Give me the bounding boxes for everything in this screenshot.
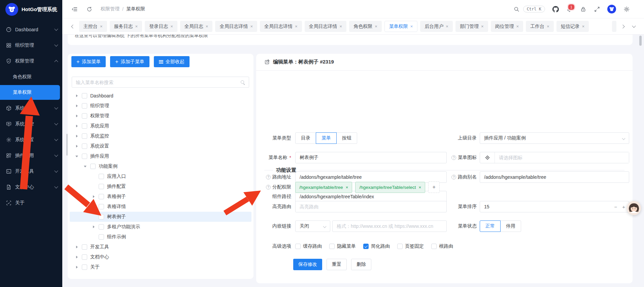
tree-item[interactable]: 表格例子 [70, 192, 251, 202]
checkbox[interactable] [82, 244, 87, 250]
menu-fold-icon[interactable] [71, 6, 78, 12]
menu-type-option-dir[interactable]: 目录 [295, 132, 316, 144]
notification-bell-icon[interactable]: 1 [566, 6, 573, 12]
close-icon[interactable] [340, 24, 342, 29]
tab-console[interactable]: 主控台 [79, 21, 107, 32]
icon-picker-button[interactable] [480, 152, 495, 163]
checkbox[interactable] [82, 254, 87, 260]
caret-right-icon[interactable] [75, 104, 79, 108]
option-cache-route[interactable]: 缓存路由 [295, 243, 322, 249]
add-submenu-button[interactable]: 添加子菜单 [110, 56, 149, 67]
close-icon[interactable] [250, 24, 253, 29]
search-icon[interactable] [513, 6, 520, 12]
caret-right-icon[interactable] [92, 225, 96, 229]
collapse-all-button[interactable]: 全部收起 [154, 56, 190, 67]
checkbox[interactable] [431, 244, 437, 249]
tab-menu-permission[interactable]: 菜单权限 [384, 21, 418, 32]
checkbox-checked[interactable] [363, 244, 369, 249]
tree-item[interactable]: 多租户功能演示 [70, 222, 251, 232]
checkbox[interactable] [295, 244, 301, 249]
increment-button[interactable] [622, 204, 625, 210]
page-scrollbar-thumb[interactable] [639, 36, 642, 46]
checkbox[interactable] [82, 154, 87, 159]
user-avatar[interactable] [607, 5, 616, 13]
sidebar-item-dashboard[interactable]: Dashboard [0, 22, 62, 37]
save-button[interactable]: 保存修改 [293, 259, 322, 270]
sidebar-item-org[interactable]: 组织管理 [0, 37, 62, 53]
tab-sms-records[interactable]: 短信记录 [556, 21, 589, 32]
lock-icon[interactable] [580, 6, 586, 12]
refresh-icon[interactable] [86, 6, 93, 12]
checkbox[interactable] [90, 164, 96, 169]
checkbox[interactable] [99, 224, 104, 230]
menu-type-option-menu[interactable]: 菜单 [316, 132, 337, 144]
github-icon[interactable] [552, 6, 559, 12]
tab-partial[interactable] [612, 21, 616, 32]
tree-item[interactable]: 关于 [70, 262, 251, 272]
caret-right-icon[interactable] [92, 195, 96, 199]
caret-right-icon[interactable] [75, 144, 79, 148]
checkbox[interactable] [82, 123, 87, 129]
menu-name-input[interactable] [295, 152, 447, 163]
tabs-scroll-left-button[interactable] [68, 23, 76, 31]
tree-item[interactable]: 权限管理 [70, 111, 251, 121]
close-icon[interactable] [547, 24, 549, 29]
assistant-avatar[interactable] [627, 201, 641, 215]
sidebar-item-about[interactable]: 关于 [0, 195, 62, 211]
tree-item[interactable]: 开发工具 [70, 242, 251, 252]
status-option-normal[interactable]: 正常 [480, 220, 501, 232]
close-icon[interactable] [375, 24, 377, 29]
app-logo-row[interactable]: HotGo管理系统 [0, 0, 62, 19]
close-icon[interactable] [170, 24, 173, 29]
tree-item[interactable]: 组件示例 [70, 232, 251, 242]
sidebar-item-role-permission[interactable]: 角色权限 [0, 69, 62, 85]
option-pin-tab[interactable]: 页签固定 [397, 243, 424, 249]
highlight-route-input[interactable] [295, 201, 447, 212]
embed-link-select[interactable]: 关闭 [295, 220, 330, 232]
close-icon[interactable] [135, 24, 138, 29]
delete-button[interactable]: 删除 [351, 259, 371, 270]
embed-link-input[interactable] [332, 220, 447, 232]
help-icon[interactable] [266, 175, 271, 179]
close-icon[interactable] [481, 24, 484, 29]
tabs-scroll-right-button[interactable] [619, 23, 627, 31]
sidebar-item-permission[interactable]: 权限管理 [0, 53, 62, 69]
caret-down-icon[interactable] [75, 154, 79, 158]
tab-departments[interactable]: 部门管理 [455, 21, 488, 32]
settings-gear-icon[interactable] [623, 6, 630, 12]
help-icon[interactable] [451, 155, 456, 160]
caret-right-icon[interactable] [75, 265, 79, 269]
checkbox[interactable] [99, 234, 104, 240]
checkbox[interactable] [82, 264, 87, 270]
caret-right-icon[interactable] [75, 255, 79, 259]
add-menu-button[interactable]: 添加菜单 [71, 56, 106, 67]
checkbox[interactable] [99, 214, 104, 219]
sidebar-item-system-settings[interactable]: 系统设置 [0, 132, 62, 148]
checkbox[interactable] [397, 244, 403, 249]
tree-item[interactable]: 插件应用 [70, 151, 251, 161]
tab-positions[interactable]: 岗位管理 [491, 21, 523, 32]
sidebar-item-menu-permission[interactable]: 菜单权限 [0, 85, 60, 100]
tree-search-input[interactable] [76, 80, 238, 85]
caret-right-icon[interactable] [75, 124, 79, 128]
checkbox[interactable] [82, 144, 87, 149]
tab-global-log-detail-2[interactable]: 全局日志详情 [260, 21, 302, 32]
parent-dir-select[interactable]: 插件应用 / 功能案例 [480, 132, 629, 144]
caret-right-icon[interactable] [75, 94, 79, 98]
breadcrumb-parent[interactable]: 权限管理 [101, 6, 120, 12]
tab-global-log[interactable]: 全局日志 [180, 21, 213, 32]
checkbox[interactable] [82, 133, 87, 139]
caret-right-icon[interactable] [75, 134, 79, 138]
checkbox[interactable] [99, 204, 104, 209]
panel-scrollbar-thumb[interactable] [66, 134, 68, 156]
tree-item[interactable]: 功能案例 [70, 161, 251, 171]
checkbox[interactable] [329, 244, 335, 249]
option-root-route[interactable]: 根路由 [431, 243, 453, 249]
close-icon[interactable] [516, 24, 519, 29]
tabs-menu-button[interactable] [630, 23, 638, 31]
menu-sort-input[interactable] [480, 201, 629, 212]
tab-workbench[interactable]: 工作台 [526, 21, 554, 32]
checkbox[interactable] [82, 93, 87, 98]
caret-right-icon[interactable] [75, 245, 79, 249]
tab-admin-users[interactable]: 后台用户 [420, 21, 453, 32]
